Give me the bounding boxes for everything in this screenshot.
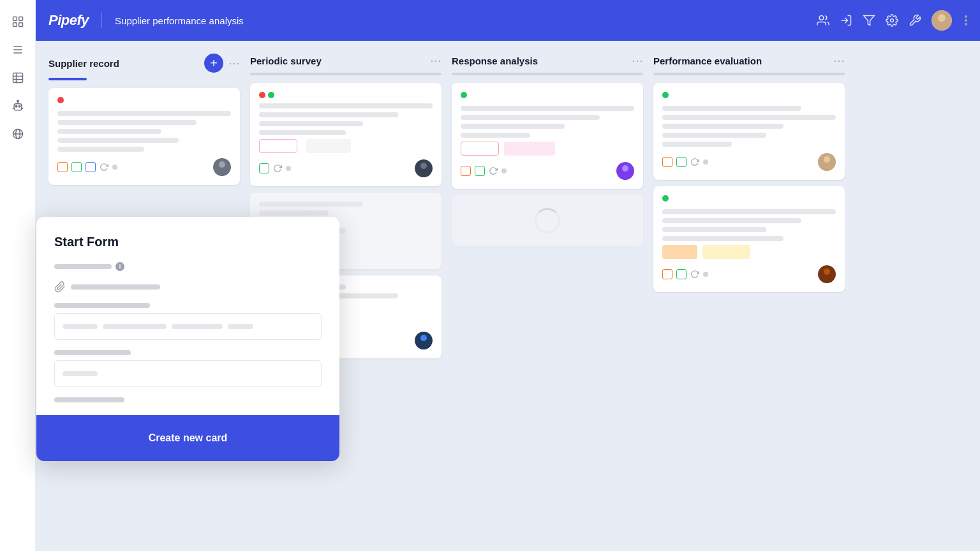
form-input-skeleton-1 (63, 324, 253, 329)
form-input-2[interactable] (54, 360, 322, 387)
card-supplier-1 (48, 88, 240, 185)
user-avatar[interactable] (932, 10, 952, 31)
column-performance: Performance evaluation ⋯ (653, 54, 845, 298)
column-bar-periodic-survey (250, 73, 442, 75)
tag-pink-fill-resp (504, 142, 555, 156)
svg-point-13 (19, 106, 20, 108)
form-attachment-row (54, 281, 322, 293)
svg-point-26 (935, 23, 948, 31)
card-avatar-2 (415, 159, 433, 177)
tag-row-resp (461, 142, 634, 156)
wrench-icon[interactable] (909, 14, 921, 27)
ci-o-perf2 (662, 269, 672, 279)
card-footer (57, 158, 231, 176)
svg-point-31 (420, 335, 427, 341)
sk (662, 142, 732, 147)
sidebar-item-bot[interactable] (6, 94, 29, 117)
start-form-footer[interactable]: Create new card (36, 415, 339, 461)
sidebar-item-globe[interactable] (6, 122, 29, 145)
card-icons-perf-2 (662, 269, 708, 279)
card-dot-red (57, 97, 64, 103)
column-more-performance[interactable]: ⋯ (833, 54, 845, 68)
svg-point-34 (620, 173, 631, 180)
card-dot-green-resp (461, 92, 467, 98)
svg-point-12 (15, 106, 17, 108)
card-icon-green (71, 162, 82, 172)
header-more-menu[interactable] (965, 15, 967, 26)
form-input-1[interactable] (54, 313, 322, 340)
tag-row-perf (662, 245, 836, 259)
column-response-analysis: Response analysis ⋯ (452, 54, 643, 253)
refresh-icon (100, 163, 108, 172)
sk (57, 129, 161, 134)
svg-point-36 (821, 164, 833, 171)
sk (259, 210, 329, 216)
header-divider (101, 13, 102, 28)
sk (662, 106, 801, 111)
filter-icon[interactable] (863, 14, 875, 27)
svg-point-37 (824, 268, 830, 275)
tag-pill-outline (259, 139, 297, 153)
people-icon[interactable] (817, 14, 829, 27)
svg-point-35 (824, 156, 830, 163)
dot-perf-2 (703, 272, 708, 277)
svg-point-25 (938, 14, 946, 22)
sk (259, 112, 398, 117)
form-label-1 (54, 264, 112, 269)
card-avatar-perf-2 (818, 265, 836, 283)
attachment-label (71, 284, 160, 290)
svg-point-27 (219, 161, 225, 168)
column-supplier-record: Supplier record + ⋯ (48, 54, 240, 191)
loading-spinner (535, 208, 560, 233)
form-field-1: i (54, 262, 322, 271)
card-icon-orange (57, 162, 68, 172)
header-title: Supplier performance analysis (115, 15, 817, 26)
sk (461, 115, 600, 120)
dot-icon-2 (286, 166, 291, 171)
add-card-supplier-record[interactable]: + (204, 54, 223, 73)
header-actions (817, 10, 967, 31)
form-label-row-1: i (54, 262, 322, 271)
dot-green (268, 92, 274, 98)
card-dot-green-perf2 (662, 195, 669, 202)
form-field-3 (54, 350, 322, 387)
sidebar-item-grid[interactable] (6, 10, 29, 33)
settings-icon[interactable] (886, 14, 898, 27)
sk (57, 147, 144, 152)
card-periodic-1 (250, 83, 442, 186)
svg-point-15 (17, 100, 19, 102)
column-title-response-analysis: Response analysis (452, 55, 627, 66)
column-more-supplier-record[interactable]: ⋯ (228, 56, 240, 70)
column-bar-perf (653, 73, 845, 75)
sk (259, 202, 363, 207)
column-more-periodic-survey[interactable]: ⋯ (430, 54, 442, 68)
sk (461, 106, 634, 111)
sk (57, 138, 179, 143)
sk (662, 115, 836, 120)
sidebar-item-table[interactable] (6, 66, 29, 89)
sk (662, 227, 766, 232)
refresh-perf-2 (690, 270, 699, 279)
svg-point-29 (420, 163, 427, 169)
svg-point-33 (622, 165, 628, 172)
ci-o-perf (662, 157, 672, 167)
login-icon[interactable] (840, 14, 852, 27)
column-header-performance: Performance evaluation ⋯ (653, 54, 845, 68)
refresh-perf-1 (690, 158, 699, 166)
sidebar-item-list[interactable] (6, 38, 29, 61)
card-response-loading (452, 195, 643, 246)
column-title-periodic-survey: Periodic survey (250, 55, 425, 66)
column-header-response-analysis: Response analysis ⋯ (452, 54, 643, 68)
column-header-periodic-survey: Periodic survey ⋯ (250, 54, 442, 68)
sk (259, 130, 346, 135)
tag-row (259, 139, 433, 153)
sk (662, 124, 783, 129)
info-icon[interactable]: i (115, 262, 124, 271)
svg-point-30 (418, 170, 429, 177)
ci-g-perf (676, 157, 687, 167)
card-icons-resp (461, 166, 507, 176)
card-avatar-1 (213, 158, 231, 176)
create-new-card-button[interactable]: Create new card (149, 432, 228, 444)
column-more-response-analysis[interactable]: ⋯ (632, 54, 643, 68)
card-footer-perf-1 (662, 153, 836, 171)
